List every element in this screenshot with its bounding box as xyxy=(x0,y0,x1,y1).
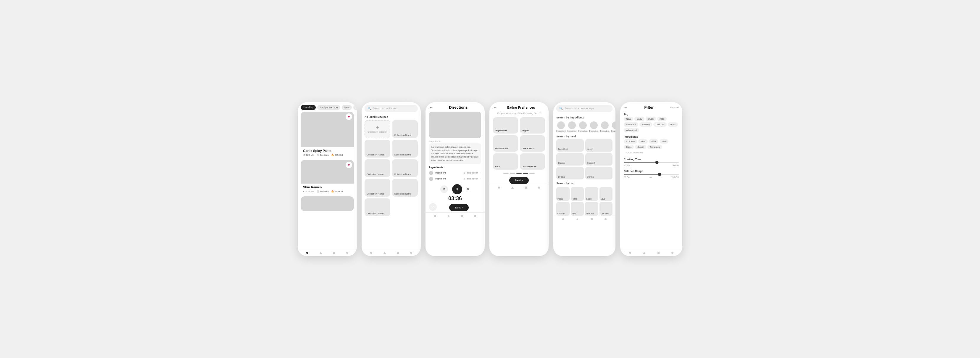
nav-play-filter[interactable] xyxy=(643,252,645,254)
recipe-card-ramen[interactable]: ♥ Shio Ramen ⏱ 120 Min 🍴 Medium xyxy=(301,160,354,194)
ingredient-chip-4[interactable]: Ingredient xyxy=(589,121,598,132)
collection-cell-6[interactable]: Collection Name xyxy=(364,179,390,197)
diet-keto[interactable]: Keto xyxy=(493,153,518,170)
tag-oven[interactable]: Oven xyxy=(646,117,656,121)
ingr-chicken[interactable]: Chicken xyxy=(624,139,637,144)
ingredient-chip-1[interactable]: Ingredient xyxy=(556,121,565,132)
collection-cell-1[interactable]: Collection Name xyxy=(392,120,418,138)
tag-drink[interactable]: Drink xyxy=(668,122,678,127)
dish-beef[interactable]: Beef xyxy=(571,202,584,216)
calories-slider[interactable]: 50 Cal — 150 Cal xyxy=(620,173,682,180)
meal-lunch[interactable]: Lunch xyxy=(585,139,613,152)
nav-grid-filter[interactable] xyxy=(657,252,660,254)
recipe-card-garlic[interactable]: ♥ Garlic Spicy Pasta ⏱ 120 Min 🍴 Medium xyxy=(301,112,354,158)
calories-thumb[interactable] xyxy=(658,173,661,176)
nav-play-search[interactable] xyxy=(576,218,579,220)
nav-home-directions[interactable] xyxy=(434,215,436,217)
diet-pescatarian[interactable]: Pescatarian xyxy=(493,135,518,152)
nav-play-eating[interactable] xyxy=(511,187,514,189)
meal-dessert[interactable]: Dessert xyxy=(585,153,613,166)
favorite-button-ramen[interactable]: ♥ xyxy=(345,162,352,168)
nav-grid-search[interactable] xyxy=(590,218,593,220)
nav-home-eating[interactable] xyxy=(498,187,500,189)
create-collection-button[interactable]: + Create new collection xyxy=(364,120,390,138)
add-ingredient-button[interactable]: + Add Ingredient xyxy=(624,150,646,155)
nav-grid-eating[interactable] xyxy=(525,187,527,189)
collection-cell-2[interactable]: Collection Name xyxy=(364,140,390,158)
nav-play-cookbook[interactable] xyxy=(383,252,386,254)
nav-profile-cookbook[interactable] xyxy=(410,252,412,254)
ingredient-chip-3[interactable]: Ingredient xyxy=(578,121,587,132)
next-step-button[interactable]: Next › xyxy=(449,204,469,211)
nav-profile-directions[interactable] xyxy=(474,215,476,217)
clear-all-button[interactable]: Clear all xyxy=(670,106,679,109)
nav-profile-filter[interactable] xyxy=(671,252,673,254)
diet-vegan[interactable]: Vegan xyxy=(520,117,545,134)
nav-profile-search[interactable] xyxy=(605,218,606,220)
nav-home[interactable] xyxy=(306,252,308,254)
cooking-time-thumb[interactable] xyxy=(655,161,659,164)
timer-refresh-button[interactable]: ↺ xyxy=(440,185,448,193)
ingredient-chip-5[interactable]: Ingredient xyxy=(600,121,609,132)
back-button-eating[interactable]: ← xyxy=(493,105,497,110)
diet-lowcarbs[interactable]: Low Carbs xyxy=(520,135,545,152)
meal-breakfast[interactable]: Breakfast xyxy=(556,139,584,152)
prev-step-button[interactable]: ← xyxy=(429,203,437,211)
eating-next-button[interactable]: Next › xyxy=(509,177,529,184)
tag-healthy[interactable]: Healthy xyxy=(640,122,652,127)
back-button-directions[interactable]: ← xyxy=(429,105,433,110)
dish-soup[interactable]: Soup xyxy=(600,187,613,201)
timer-close-button[interactable]: ✕ xyxy=(466,187,470,192)
collection-cell-3[interactable]: Collection Name xyxy=(392,140,418,158)
nav-play[interactable] xyxy=(320,252,322,254)
collection-cell-5[interactable]: Collection Name xyxy=(392,159,418,177)
cooking-time-slider[interactable]: 20 Min 50 Min xyxy=(620,161,682,168)
ingr-tomatoes[interactable]: Tomatoes xyxy=(648,145,662,149)
diet-lactosefree[interactable]: Lactose Free xyxy=(520,153,545,170)
nav-profile[interactable] xyxy=(346,252,348,254)
ingr-sugar[interactable]: Sugar xyxy=(635,145,646,149)
dish-pizza[interactable]: Pizza xyxy=(571,187,584,201)
search-bar-main[interactable]: 🔍 Search for a new receipe xyxy=(556,105,612,112)
dish-one-pot[interactable]: One-pot xyxy=(585,202,598,216)
tag-advanced[interactable]: Advanced xyxy=(624,128,639,133)
recipe-card-placeholder[interactable] xyxy=(301,196,354,211)
dish-salad[interactable]: Salad xyxy=(585,187,598,201)
nav-home-filter[interactable] xyxy=(629,252,631,254)
collection-cell-7[interactable]: Collection Name xyxy=(392,179,418,197)
meal-drinks-2[interactable]: Drinks xyxy=(585,167,613,179)
tag-easy[interactable]: Easy xyxy=(635,117,644,121)
nav-grid-cookbook[interactable] xyxy=(397,252,399,254)
dish-pasta[interactable]: Pasta xyxy=(556,187,570,201)
ingr-beef[interactable]: Beef xyxy=(638,139,648,144)
meal-drinks-1[interactable]: Drinks xyxy=(556,167,584,179)
dish-low-carb[interactable]: Low-carb xyxy=(600,202,613,216)
tag-new[interactable]: New xyxy=(342,105,352,110)
timer-play-button[interactable]: ⏸ xyxy=(452,184,462,194)
ingredient-chip-2[interactable]: Ingredient xyxy=(567,121,576,132)
ingr-eggs[interactable]: Eggs xyxy=(624,145,634,149)
collection-cell-8[interactable]: Collection Name xyxy=(364,198,390,216)
collection-cell-4[interactable]: Collection Name xyxy=(364,159,390,177)
cookbook-search-bar[interactable]: 🔍 Search in cookbook xyxy=(364,105,418,112)
tag-recipe-for-you[interactable]: Recipe For You xyxy=(317,105,340,110)
diet-vegetarian[interactable]: Vegetarian xyxy=(493,117,518,134)
favorite-button-garlic[interactable]: ♥ xyxy=(345,113,352,120)
nav-home-cookbook[interactable] xyxy=(370,252,372,254)
nav-play-directions[interactable] xyxy=(447,215,450,217)
back-button-filter[interactable]: ← xyxy=(624,105,628,110)
tag-new[interactable]: New xyxy=(624,117,633,121)
nav-profile-eating[interactable] xyxy=(538,187,540,189)
tag-kids[interactable]: Kids xyxy=(657,117,667,121)
tag-easy[interactable]: Easy xyxy=(353,105,357,110)
tag-one-pot[interactable]: One pot xyxy=(653,122,667,127)
ingredient-chip-6[interactable]: Ingredient xyxy=(611,121,616,132)
nav-grid-directions[interactable] xyxy=(461,215,463,217)
nav-grid[interactable] xyxy=(333,252,335,254)
dish-chicken[interactable]: Chicken xyxy=(556,202,570,216)
nav-home-search[interactable] xyxy=(562,218,564,220)
ingr-milk[interactable]: Milk xyxy=(660,139,668,144)
tag-low-carb[interactable]: Low-carb xyxy=(624,122,638,127)
meal-dinner[interactable]: Dinner xyxy=(556,153,584,166)
ingr-fish[interactable]: Fish xyxy=(649,139,658,144)
